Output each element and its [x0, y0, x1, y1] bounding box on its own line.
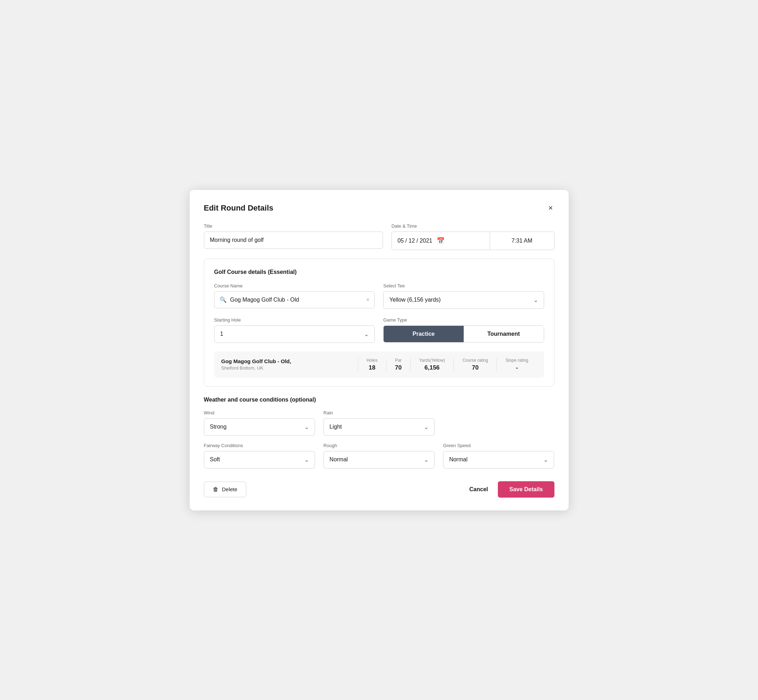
chevron-down-icon-rain: ⌄ — [424, 423, 429, 430]
course-info-box: Gog Magog Golf Club - Old, Shelford Bott… — [214, 352, 544, 378]
fairway-rough-green-row: Fairway Conditions Soft ⌄ Rough Normal ⌄… — [204, 443, 554, 469]
course-name-label: Course Name — [214, 283, 375, 289]
green-speed-group: Green Speed Normal ⌄ — [443, 443, 554, 469]
starting-hole-value: 1 — [220, 331, 224, 337]
course-name-group: Course Name 🔍 × — [214, 283, 375, 309]
holes-stat: Holes 18 — [358, 358, 386, 371]
course-name-input-wrap[interactable]: 🔍 × — [214, 291, 375, 308]
game-type-toggle: Practice Tournament — [383, 325, 544, 342]
time-field[interactable]: 7:31 AM — [490, 232, 554, 250]
save-button[interactable]: Save Details — [498, 481, 554, 498]
course-name-display: Gog Magog Golf Club - Old, — [221, 358, 358, 364]
cancel-button[interactable]: Cancel — [469, 486, 488, 493]
slope-rating-label: Slope rating — [505, 358, 528, 363]
weather-section: Weather and course conditions (optional)… — [204, 397, 554, 469]
practice-toggle-btn[interactable]: Practice — [384, 326, 464, 342]
fairway-label: Fairway Conditions — [204, 443, 315, 448]
golf-section-title: Golf Course details (Essential) — [214, 269, 544, 275]
green-speed-dropdown[interactable]: Normal ⌄ — [443, 451, 554, 469]
select-tee-dropdown[interactable]: Yellow (6,156 yards) ⌄ — [383, 291, 544, 309]
slope-rating-stat: Slope rating - — [496, 358, 537, 371]
green-speed-label: Green Speed — [443, 443, 554, 448]
search-icon: 🔍 — [219, 296, 227, 303]
title-label: Title — [204, 223, 383, 229]
title-group: Title — [204, 223, 383, 250]
time-value: 7:31 AM — [511, 238, 532, 244]
rain-value: Light — [329, 423, 342, 430]
title-datetime-row: Title Date & Time 05 / 12 / 2021 📅 7:31 … — [204, 223, 554, 250]
rain-label: Rain — [324, 410, 434, 416]
datetime-group: Date & Time 05 / 12 / 2021 📅 7:31 AM — [392, 223, 554, 250]
calendar-icon: 📅 — [437, 237, 445, 245]
golf-course-section: Golf Course details (Essential) Course N… — [204, 259, 554, 387]
starting-hole-label: Starting Hole — [214, 317, 375, 323]
wind-rain-row: Wind Strong ⌄ Rain Light ⌄ — [204, 410, 554, 436]
holes-label: Holes — [366, 358, 377, 363]
chevron-down-icon-wind: ⌄ — [304, 423, 309, 430]
par-value: 70 — [395, 364, 402, 371]
modal-title: Edit Round Details — [204, 203, 274, 213]
game-type-label: Game Type — [383, 317, 544, 323]
fairway-dropdown[interactable]: Soft ⌄ — [204, 451, 315, 469]
course-rating-stat: Course rating 70 — [453, 358, 496, 371]
chevron-down-icon-2: ⌄ — [364, 331, 369, 338]
chevron-down-icon-rough: ⌄ — [424, 456, 429, 463]
wind-value: Strong — [210, 423, 227, 430]
game-type-group: Game Type Practice Tournament — [383, 317, 544, 343]
slope-rating-value: - — [505, 364, 528, 371]
date-time-field: 05 / 12 / 2021 📅 7:31 AM — [392, 231, 554, 250]
wind-group: Wind Strong ⌄ — [204, 410, 315, 436]
fairway-value: Soft — [210, 456, 220, 463]
edit-round-modal: Edit Round Details × Title Date & Time 0… — [190, 190, 568, 511]
tournament-toggle-btn[interactable]: Tournament — [464, 326, 544, 342]
course-rating-value: 70 — [462, 364, 488, 371]
chevron-down-icon-fairway: ⌄ — [304, 456, 309, 463]
par-stat: Par 70 — [386, 358, 410, 371]
select-tee-label: Select Tee — [383, 283, 544, 289]
select-tee-value: Yellow (6,156 yards) — [389, 297, 440, 303]
chevron-down-icon-green: ⌄ — [543, 456, 548, 463]
yards-label: Yards(Yellow) — [419, 358, 445, 363]
course-tee-row: Course Name 🔍 × Select Tee Yellow (6,156… — [214, 283, 544, 309]
trash-icon: 🗑 — [213, 486, 219, 493]
chevron-down-icon: ⌄ — [534, 297, 538, 303]
rough-value: Normal — [329, 456, 348, 463]
yards-stat: Yards(Yellow) 6,156 — [410, 358, 454, 371]
datetime-label: Date & Time — [392, 223, 554, 229]
footer-right: Cancel Save Details — [469, 481, 554, 498]
wind-dropdown[interactable]: Strong ⌄ — [204, 418, 315, 436]
green-speed-value: Normal — [449, 456, 468, 463]
rain-group: Rain Light ⌄ — [324, 410, 434, 436]
rough-label: Rough — [324, 443, 434, 448]
rain-dropdown[interactable]: Light ⌄ — [324, 418, 434, 436]
delete-label: Delete — [222, 486, 237, 492]
yards-value: 6,156 — [419, 364, 445, 371]
delete-button[interactable]: 🗑 Delete — [204, 481, 246, 497]
wind-label: Wind — [204, 410, 315, 416]
clear-icon[interactable]: × — [366, 297, 370, 303]
footer-row: 🗑 Delete Cancel Save Details — [204, 477, 554, 498]
fairway-group: Fairway Conditions Soft ⌄ — [204, 443, 315, 469]
rough-dropdown[interactable]: Normal ⌄ — [324, 451, 434, 469]
course-rating-label: Course rating — [462, 358, 488, 363]
par-label: Par — [395, 358, 402, 363]
course-location: Shelford Bottom, UK — [221, 365, 358, 370]
weather-section-title: Weather and course conditions (optional) — [204, 397, 554, 403]
course-name-input[interactable] — [230, 292, 363, 308]
starting-hole-dropdown[interactable]: 1 ⌄ — [214, 325, 375, 343]
starting-hole-group: Starting Hole 1 ⌄ — [214, 317, 375, 343]
holes-value: 18 — [366, 364, 377, 371]
date-value: 05 / 12 / 2021 — [398, 238, 432, 244]
modal-header: Edit Round Details × — [204, 203, 554, 213]
course-stats: Holes 18 Par 70 Yards(Yellow) 6,156 Cour… — [358, 358, 537, 371]
close-button[interactable]: × — [547, 203, 554, 213]
title-input[interactable] — [204, 231, 383, 248]
date-field[interactable]: 05 / 12 / 2021 📅 — [392, 232, 490, 250]
course-info-name: Gog Magog Golf Club - Old, Shelford Bott… — [221, 358, 358, 370]
select-tee-group: Select Tee Yellow (6,156 yards) ⌄ — [383, 283, 544, 309]
hole-gametype-row: Starting Hole 1 ⌄ Game Type Practice Tou… — [214, 317, 544, 343]
rough-group: Rough Normal ⌄ — [324, 443, 434, 469]
